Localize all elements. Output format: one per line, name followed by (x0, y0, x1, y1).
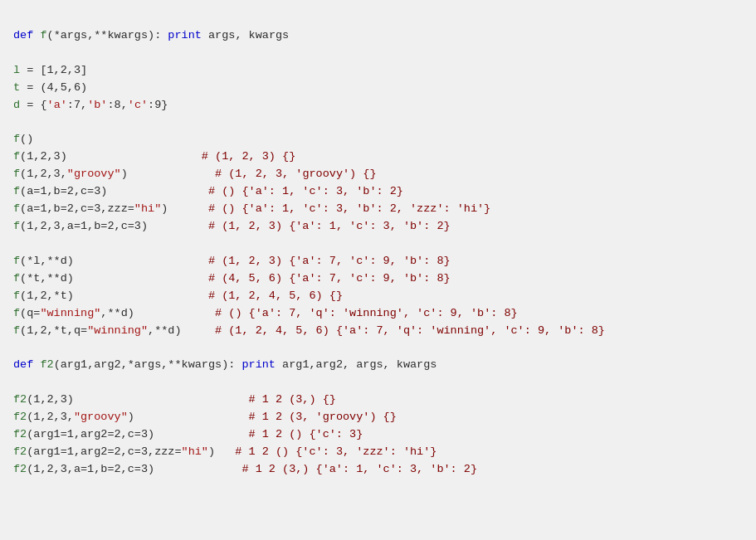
line-f2-arg1-arg2-c3: f2(arg1=1,arg2=2,c=3) # 1 2 () {'c': 3} (13, 428, 363, 440)
line-f2-arg1-arg2-c3-zzz: f2(arg1=1,arg2=2,c=3,zzz="hi") # 1 2 () … (13, 445, 437, 458)
line-f2-123-groovy: f2(1,2,3,"groovy") # 1 2 (3, 'groovy') {… (13, 411, 397, 423)
line-f-123: f(1,2,3) # (1, 2, 3) {} (13, 150, 295, 163)
line-f-12-star-t-q-winning: f(1,2,*t,q="winning",**d) # (1, 2, 4, 5,… (13, 324, 605, 337)
line-d: d = {'a':7,'b':8,'c':9} (13, 99, 168, 111)
line-f-123-groovy: f(1,2,3,"groovy") # (1, 2, 3, 'groovy') … (13, 168, 377, 180)
line-f-123a1b2c3: f(1,2,3,a=1,b=2,c=3) # (1, 2, 3) {'a': 1… (13, 220, 451, 232)
line-f-star-t: f(*t,**d) # (4, 5, 6) {'a': 7, 'c': 9, '… (13, 272, 451, 285)
line-t: t = (4,5,6) (13, 81, 87, 94)
line-f-12-star-t: f(1,2,*t) # (1, 2, 4, 5, 6) {} (13, 289, 343, 302)
line-f2-123a1b2c3: f2(1,2,3,a=1,b=2,c=3) # 1 2 (3,) {'a': 1… (13, 463, 477, 475)
line-f-empty: f() (13, 133, 33, 145)
line-l: l = [1,2,3] (13, 64, 87, 76)
line-f-star-l: f(*l,**d) # (1, 2, 3) {'a': 7, 'c': 9, '… (13, 255, 451, 267)
code-editor: def f(*args,**kwargs): print args, kwarg… (13, 10, 743, 479)
line-def1: def f(*args,**kwargs): print args, kwarg… (13, 29, 289, 41)
line-f-a1b2c3: f(a=1,b=2,c=3) # () {'a': 1, 'c': 3, 'b'… (13, 185, 403, 197)
line-f-a1b2c3zzz: f(a=1,b=2,c=3,zzz="hi") # () {'a': 1, 'c… (13, 202, 490, 215)
line-f-q-winning: f(q="winning",**d) # () {'a': 7, 'q': 'w… (13, 307, 518, 319)
line-def2: def f2(arg1,arg2,*args,**kwargs): print … (13, 358, 437, 371)
line-f2-123: f2(1,2,3) # 1 2 (3,) {} (13, 393, 336, 406)
